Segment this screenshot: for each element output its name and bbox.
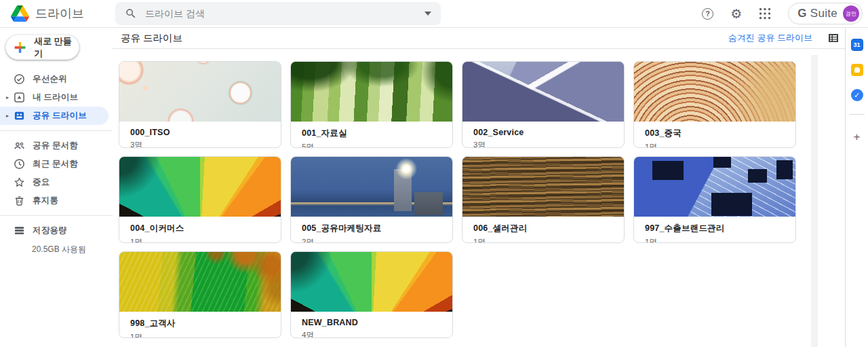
new-button[interactable]: 새로 만들기 [5,35,79,60]
circuit-cover-image [634,157,795,217]
sidebar-item-label: 공유 드라이브 [33,110,87,122]
get-add-ons-button[interactable]: + [854,130,861,144]
sidebar-item-label: 중요 [33,177,50,188]
drive-card[interactable]: 001_자료실5명 [290,61,453,148]
drive-member-count: 1명 [645,142,785,148]
new-button-label: 새로 만들기 [34,35,79,60]
settings-gear-icon[interactable]: ⚙ [730,7,742,20]
page-title: 공유 드라이브 [121,32,182,45]
drive-name: 004_이커머스 [130,223,270,234]
priority-icon [13,73,25,86]
sidebar-item-starred[interactable]: 중요 [0,173,108,191]
trash-icon [13,195,25,207]
keep-icon[interactable] [851,64,863,76]
list-view-toggle-icon[interactable] [827,32,840,44]
drive-member-count: 2명 [302,237,441,243]
drive-member-count: 1명 [473,237,613,243]
drive-member-count: 1명 [645,237,785,243]
pencils-cover-image [119,157,281,217]
drive-card[interactable]: NEW_BRAND4명 [290,251,453,338]
search-bar[interactable] [115,2,441,25]
drive-name: 003_중국 [645,128,785,139]
storage-usage-text: 20.5GB 사용됨 [32,244,113,255]
my-drive-icon [13,92,25,104]
profile-avatar[interactable]: 경민 [843,5,859,22]
gsuite-label: G Suite [797,7,837,20]
pencils-cover-image [291,252,452,312]
starred-icon [13,177,25,189]
sidebar-item-priority[interactable]: 우선순위 [0,70,108,88]
gsuite-brand-badge[interactable]: G Suite 경민 [788,3,863,24]
google-apps-grid-icon[interactable] [759,7,771,20]
sidebar-item-trash[interactable]: 휴지통 [0,191,108,210]
drive-card[interactable]: 997_수출브랜드관리1명 [633,156,796,243]
drive-name: 998_고객사 [130,318,270,329]
sidebar-item-label: 우선순위 [33,73,67,85]
tasks-icon[interactable]: ✓ [851,89,863,101]
expand-arrow-icon[interactable]: ▸ [3,94,12,101]
search-icon[interactable] [125,7,137,20]
panel-divider [850,114,865,115]
drive-card[interactable]: 998_고객사1명 [119,251,281,338]
drive-member-count: 1명 [130,237,270,243]
sidebar-divider [0,130,113,131]
sidebar-item-my-drive[interactable]: ▸ 내 드라이브 [0,88,108,107]
seashell-cover-image [634,62,795,122]
shared-drives-icon [13,110,25,122]
hidden-shared-drives-link[interactable]: 숨겨진 공유 드라이브 [728,32,812,44]
left-sidebar: 새로 만들기 우선순위 ▸ 내 드라이브 ▸ 공유 드라이브 [0,28,113,347]
drive-logo-area[interactable]: 드라이브 [0,5,115,22]
drive-name: 000_ITSO [130,128,270,137]
main-content: 공유 드라이브 숨겨진 공유 드라이브 000_ITSO3명001_자료실5명0… [113,28,845,347]
search-input[interactable] [145,8,425,19]
drive-member-count: 3명 [130,140,270,148]
google-drive-logo-icon [11,5,29,22]
help-icon[interactable]: ? [702,8,713,20]
drive-name: 005_공유마케팅자료 [302,223,441,234]
sidebar-item-label: 내 드라이브 [33,92,78,103]
drive-name: 997_수출브랜드관리 [645,223,785,234]
bubbles-cover-image [119,62,281,122]
drive-card[interactable]: 005_공유마케팅자료2명 [290,156,453,243]
search-options-caret-icon[interactable] [425,12,431,16]
drive-member-count: 4명 [302,330,441,338]
drive-name: 002_Service [473,128,613,137]
sidebar-item-label: 공유 문서함 [33,140,78,151]
drive-card[interactable]: 003_중국1명 [633,61,796,148]
drive-member-count: 1명 [130,332,270,338]
right-side-panel: 31 ✓ + [845,28,868,347]
sidebar-divider [0,215,113,216]
drive-card[interactable]: 004_이커머스1명 [119,156,281,243]
shared-with-me-icon [13,140,25,152]
drive-card[interactable]: 002_Service3명 [462,61,625,148]
top-bar: 드라이브 ? ⚙ G Suite 경민 [0,0,868,28]
sidebar-item-recent[interactable]: 최근 문서함 [0,155,108,173]
calendar-icon[interactable]: 31 [851,39,863,51]
drive-name: 001_자료실 [302,128,441,139]
main-header: 공유 드라이브 숨겨진 공유 드라이브 [113,28,845,49]
drive-name: 006_셀러관리 [473,223,613,234]
drive-card[interactable]: 000_ITSO3명 [119,61,281,148]
drive-card[interactable]: 006_셀러관리1명 [462,156,625,243]
wood-cover-image [462,157,624,217]
lighthouse-cover-image [291,157,452,217]
drive-member-count: 5명 [302,142,441,148]
celery-cover-image [291,62,452,122]
drive-name: NEW_BRAND [302,318,441,327]
app-title: 드라이브 [35,5,84,22]
drives-grid: 000_ITSO3명001_자료실5명002_Service3명003_중국1명… [119,61,845,338]
sidebar-item-label: 휴지통 [33,195,58,206]
recent-icon [13,158,25,170]
sidebar-item-storage[interactable]: 저장용량 [0,221,108,240]
mountains-cover-image [462,62,624,122]
sidebar-item-shared-with-me[interactable]: 공유 문서함 [0,136,108,155]
vertical-scrollbar[interactable] [811,55,818,347]
storage-icon [13,225,25,237]
sidebar-item-shared-drives[interactable]: ▸ 공유 드라이브 [0,107,108,125]
stained-glass-cover-image [119,252,281,312]
sidebar-item-label: 최근 문서함 [33,158,78,170]
sidebar-item-label: 저장용량 [33,225,67,236]
drive-member-count: 3명 [473,140,613,148]
multicolor-plus-icon [13,40,27,55]
expand-arrow-icon[interactable]: ▸ [3,113,12,119]
